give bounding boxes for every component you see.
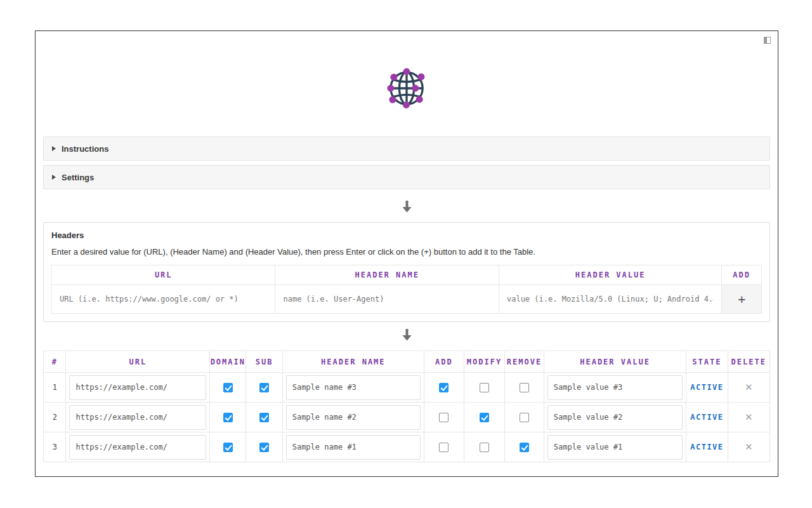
col-remove: REMOVE <box>505 351 544 373</box>
instructions-accordion[interactable]: Instructions <box>43 137 770 161</box>
extension-panel: Instructions Settings Headers Enter a de… <box>35 30 778 477</box>
headers-panel-description: Enter a desired value for (URL), (Header… <box>51 247 762 257</box>
app-logo <box>36 31 778 113</box>
rule-row: 1 ACTIVE ✕ <box>44 373 770 403</box>
rule-url-input[interactable] <box>69 405 206 430</box>
settings-accordion-label: Settings <box>62 173 94 182</box>
col-delete: DELETE <box>728 351 769 373</box>
col-url: URL <box>66 351 210 373</box>
entry-col-url: URL <box>52 265 275 285</box>
rule-header-name-input[interactable] <box>286 435 421 460</box>
delete-row-button[interactable]: ✕ <box>745 411 753 423</box>
new-url-input[interactable] <box>52 285 275 313</box>
col-index: # <box>44 351 66 373</box>
state-toggle[interactable]: ACTIVE <box>690 443 723 451</box>
rule-url-input[interactable] <box>69 435 206 460</box>
domain-checkbox[interactable] <box>223 383 233 392</box>
state-toggle[interactable]: ACTIVE <box>690 383 723 392</box>
col-header-name: HEADER NAME <box>282 351 424 373</box>
entry-col-add: ADD <box>722 265 762 285</box>
rule-header-value-input[interactable] <box>547 435 683 460</box>
rule-url-input[interactable] <box>69 375 206 400</box>
rule-header-name-input[interactable] <box>286 405 421 430</box>
header-rules-table: # URL DOMAIN SUB HEADER NAME ADD MODIFY … <box>43 351 770 462</box>
col-modify: MODIFY <box>464 351 504 373</box>
add-header-button[interactable]: + <box>722 285 761 313</box>
add-checkbox[interactable] <box>439 443 449 452</box>
add-checkbox[interactable] <box>439 413 449 422</box>
col-header-value: HEADER VALUE <box>544 351 686 373</box>
modify-checkbox[interactable] <box>480 413 489 422</box>
new-header-name-input[interactable] <box>275 285 498 313</box>
sub-checkbox[interactable] <box>259 443 269 452</box>
flow-arrow-bottom <box>43 322 770 351</box>
rules-header-row: # URL DOMAIN SUB HEADER NAME ADD MODIFY … <box>44 351 770 373</box>
col-sub: SUB <box>246 351 282 373</box>
modify-checkbox[interactable] <box>480 443 489 452</box>
caret-right-icon <box>52 146 56 151</box>
domain-checkbox[interactable] <box>223 413 233 422</box>
down-arrow-icon <box>402 201 412 213</box>
caret-right-icon <box>52 175 56 180</box>
delete-row-button[interactable]: ✕ <box>745 441 753 453</box>
add-checkbox[interactable] <box>439 383 449 392</box>
modify-checkbox[interactable] <box>480 383 489 392</box>
instructions-accordion-label: Instructions <box>62 144 108 154</box>
col-state: STATE <box>686 351 728 373</box>
flow-arrow-top <box>43 194 770 222</box>
rule-header-value-input[interactable] <box>547 405 683 430</box>
headers-panel-title: Headers <box>51 231 762 240</box>
sub-checkbox[interactable] <box>259 383 269 392</box>
domain-checkbox[interactable] <box>223 443 233 452</box>
new-header-value-input[interactable] <box>499 285 721 313</box>
rule-row: 3 ACTIVE ✕ <box>44 432 770 462</box>
globe-network-icon <box>384 66 429 110</box>
down-arrow-icon <box>402 329 412 341</box>
remove-checkbox[interactable] <box>520 413 529 422</box>
remove-checkbox[interactable] <box>520 443 529 452</box>
entry-col-header-value: HEADER VALUE <box>499 265 721 285</box>
row-index: 2 <box>44 403 66 432</box>
headers-entry-panel: Headers Enter a desired value for (URL),… <box>43 222 770 322</box>
header-entry-table: URL HEADER NAME HEADER VALUE ADD + <box>51 265 762 314</box>
remove-checkbox[interactable] <box>520 383 529 392</box>
state-toggle[interactable]: ACTIVE <box>690 413 723 422</box>
entry-header-row: URL HEADER NAME HEADER VALUE ADD <box>52 265 762 285</box>
settings-accordion[interactable]: Settings <box>43 165 770 189</box>
sub-checkbox[interactable] <box>259 413 269 422</box>
entry-input-row: + <box>52 285 762 314</box>
delete-row-button[interactable]: ✕ <box>745 382 753 393</box>
popout-panel-icon[interactable] <box>764 37 771 44</box>
entry-col-header-name: HEADER NAME <box>275 265 499 285</box>
rule-row: 2 ACTIVE ✕ <box>44 403 770 432</box>
col-domain: DOMAIN <box>210 351 246 373</box>
row-index: 1 <box>44 373 66 403</box>
popout-panel-icon-pane <box>764 37 767 43</box>
col-add: ADD <box>424 351 464 373</box>
rule-header-name-input[interactable] <box>286 375 421 400</box>
row-index: 3 <box>44 432 66 462</box>
rule-header-value-input[interactable] <box>547 375 683 400</box>
